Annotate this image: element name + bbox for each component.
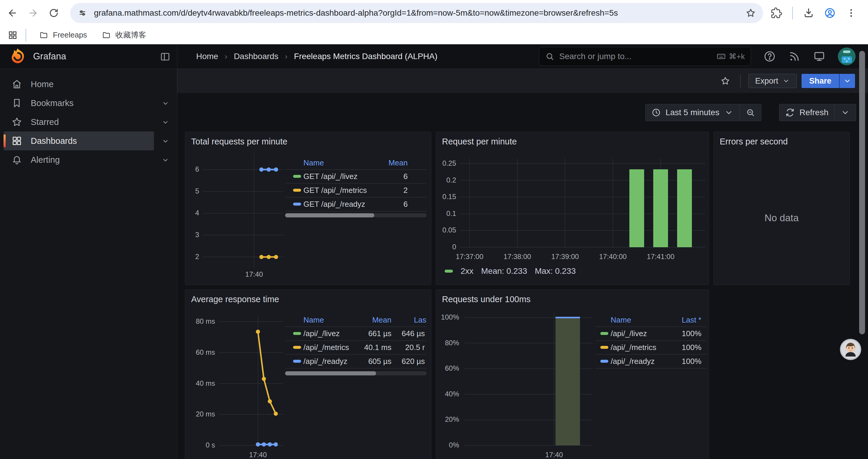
downloads-icon[interactable]: [803, 7, 814, 19]
display-icon[interactable]: [813, 50, 826, 63]
series-name[interactable]: GET /api/_/livez: [303, 172, 358, 181]
series-color-pill: [293, 332, 301, 335]
chevron-down-icon: [724, 108, 734, 117]
time-range-picker[interactable]: Last 5 minutes: [645, 104, 761, 121]
share-label[interactable]: Share: [802, 74, 839, 88]
panel-errors-per-second: No data Errors per second: [713, 132, 850, 285]
share-menu-button[interactable]: [839, 74, 855, 88]
toolbar-actions: [771, 6, 857, 20]
series-name[interactable]: /api/_/metrics: [303, 342, 349, 352]
series-name[interactable]: /api/_/readyz: [303, 357, 347, 366]
legend-scrollbar[interactable]: [285, 371, 427, 375]
chevron-down-icon[interactable]: [162, 137, 169, 145]
user-avatar[interactable]: [838, 47, 856, 65]
series-name[interactable]: /api/_/livez: [611, 329, 647, 338]
sidebar-item-dashboards[interactable]: Dashboards: [0, 131, 177, 150]
topnav-brand-area: Grafana: [0, 44, 177, 68]
x-tick-label: 17:40: [231, 451, 284, 459]
page-scrollbar[interactable]: [858, 47, 867, 459]
zoom-out-button[interactable]: [740, 104, 761, 121]
star-icon: [720, 76, 730, 86]
time-controls: Last 5 minutes Refresh: [645, 104, 856, 121]
legend-scrollbar[interactable]: [285, 213, 427, 218]
chevron-down-icon[interactable]: [162, 100, 169, 107]
legend-row[interactable]: /api/_/livez100%: [596, 326, 707, 340]
export-button[interactable]: Export: [748, 74, 797, 88]
legend-column-header[interactable]: Mean: [389, 158, 408, 167]
legend-row[interactable]: GET /api/_/livez6: [285, 169, 427, 183]
series-name[interactable]: /api/_/readyz: [611, 357, 655, 366]
search-icon: [545, 52, 555, 61]
assistant-floating-avatar[interactable]: [840, 339, 861, 360]
legend-column-header[interactable]: Name: [303, 158, 324, 167]
chevron-down-icon[interactable]: [162, 156, 169, 164]
refresh-button[interactable]: Refresh: [779, 104, 834, 121]
sidebar-item-bookmarks[interactable]: Bookmarks: [0, 94, 177, 112]
legend-row[interactable]: GET /api/_/metrics2: [285, 183, 427, 197]
panel-title[interactable]: Request per minute: [442, 137, 517, 146]
series-label[interactable]: 2xx: [461, 266, 473, 276]
series-value: 20.5 r: [405, 342, 425, 352]
legend-column-header[interactable]: Name: [611, 316, 631, 325]
legend-column-header[interactable]: Last *: [682, 316, 702, 325]
legend-row[interactable]: /api/_/readyz100%: [596, 354, 707, 368]
site-settings-icon[interactable]: [78, 8, 88, 18]
back-button[interactable]: [4, 5, 21, 21]
refresh-picker[interactable]: Refresh: [779, 104, 856, 121]
legend-row[interactable]: /api/_/metrics100%: [596, 340, 707, 354]
sidebar-item-starred[interactable]: Starred: [0, 112, 177, 131]
bookmark-folder-blogs[interactable]: 收藏博客: [97, 28, 152, 42]
series-name[interactable]: /api/_/metrics: [611, 342, 656, 352]
clock-icon: [651, 108, 661, 117]
refresh-interval-button[interactable]: [835, 104, 856, 121]
sidebar-toggle-icon[interactable]: [160, 52, 170, 62]
sidebar-item-alerting[interactable]: Alerting: [0, 150, 177, 169]
browser-toolbar: grafana.mathmast.com/d/deytv4rwavabkb/fr…: [0, 0, 868, 26]
bookmark-star-icon[interactable]: [745, 8, 756, 18]
panel-title[interactable]: Requests under 100ms: [442, 294, 531, 304]
legend-row[interactable]: /api/_/livez661 µs646 µs: [285, 326, 427, 340]
scrollbar-thumb[interactable]: [859, 51, 865, 334]
legend-row[interactable]: /api/_/metrics40.1 ms20.5 r: [285, 340, 427, 354]
grafana-logo[interactable]: [8, 47, 27, 66]
legend-scrollbar-thumb[interactable]: [285, 371, 376, 375]
legend-column-header[interactable]: Last *: [414, 316, 427, 325]
url-text[interactable]: grafana.mathmast.com/d/deytv4rwavabkb/fr…: [94, 8, 745, 18]
extensions-icon[interactable]: [771, 7, 782, 19]
sidebar-item-home[interactable]: Home: [0, 75, 177, 94]
search-input[interactable]: Search or jump to... ⌘+k: [539, 47, 751, 66]
y-tick-label: 80 ms: [186, 317, 215, 326]
profile-icon[interactable]: [824, 7, 836, 19]
series-name[interactable]: GET /api/_/metrics: [303, 186, 367, 195]
help-icon[interactable]: [764, 50, 776, 63]
series-name[interactable]: /api/_/livez: [303, 329, 340, 338]
series-name[interactable]: GET /api/_/readyz: [303, 199, 365, 208]
bookmarks-divider: [25, 29, 26, 42]
legend-row[interactable]: GET /api/_/readyz6: [285, 197, 427, 211]
forward-button[interactable]: [25, 5, 41, 21]
grafana-brand-label[interactable]: Grafana: [33, 51, 66, 62]
bookmark-folder-freeleaps[interactable]: Freeleaps: [34, 28, 92, 42]
browser-menu-icon[interactable]: [845, 7, 857, 19]
share-button[interactable]: Share: [802, 74, 855, 88]
apps-grid-icon[interactable]: [8, 30, 18, 40]
panel-title[interactable]: Average response time: [191, 294, 279, 304]
chevron-down-icon[interactable]: [162, 119, 169, 126]
legend-scrollbar-thumb[interactable]: [285, 213, 374, 218]
panel-title[interactable]: Errors per second: [720, 137, 788, 146]
breadcrumb-dashboards[interactable]: Dashboards: [234, 52, 278, 61]
dashboard-canvas: Last 5 minutes Refresh: [177, 93, 868, 459]
time-range-button[interactable]: Last 5 minutes: [646, 104, 740, 121]
favorite-dashboard-button[interactable]: [718, 74, 733, 88]
y-tick-label: 0%: [437, 441, 459, 449]
reload-button[interactable]: [45, 5, 62, 21]
legend-column-header[interactable]: Mean: [372, 316, 392, 325]
legend-row[interactable]: /api/_/readyz605 µs620 µs: [285, 354, 427, 368]
panel-title[interactable]: Total requests per minute: [191, 137, 287, 146]
url-bar[interactable]: grafana.mathmast.com/d/deytv4rwavabkb/fr…: [70, 3, 763, 23]
news-rss-icon[interactable]: [788, 50, 801, 63]
legend-table: NameMeanLast */api/_/livez661 µs646 µs/a…: [285, 314, 427, 378]
breadcrumb-home[interactable]: Home: [196, 52, 218, 61]
legend-column-header[interactable]: Name: [303, 316, 324, 325]
y-tick-label: 100%: [437, 313, 459, 321]
